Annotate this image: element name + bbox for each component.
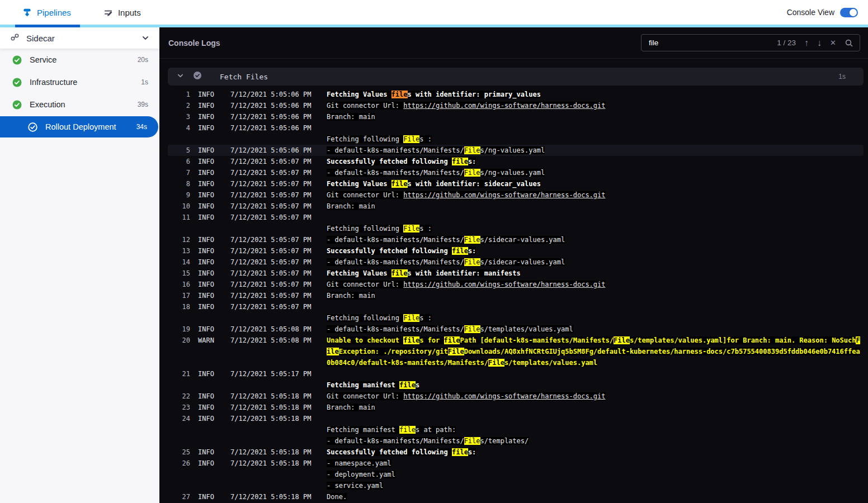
log-line-24: 24INFO7/12/2021 5:05:18 PMFetching manif…: [168, 413, 864, 447]
log-timestamp: 7/12/2021 5:05:07 PM: [230, 178, 319, 189]
line-number: 3: [173, 111, 190, 122]
line-number: 1: [173, 89, 190, 100]
log-message: Branch: main: [327, 402, 864, 413]
next-match-button[interactable]: ↓: [817, 39, 822, 48]
search-match: File: [448, 348, 464, 355]
search-match: File: [464, 146, 480, 154]
log-line-16: 16INFO7/12/2021 5:05:07 PMGit connector …: [168, 279, 864, 290]
step-label: Execution: [30, 100, 65, 109]
previous-match-button[interactable]: ↑: [804, 39, 809, 48]
success-check-icon: [12, 100, 22, 110]
line-number: 4: [173, 122, 190, 134]
log-timestamp: 7/12/2021 5:05:06 PM: [230, 122, 319, 134]
log-line-15: 15INFO7/12/2021 5:05:07 PMFetching Value…: [168, 268, 864, 279]
log-level: INFO: [198, 245, 223, 257]
log-line-2: 2INFO7/12/2021 5:05:06 PMGit connector U…: [168, 100, 864, 111]
line-number: 16: [173, 279, 190, 290]
line-number: 19: [173, 324, 190, 335]
log-link[interactable]: https://github.com/wings-software/harnes…: [403, 281, 605, 288]
log-timestamp: 7/12/2021 5:05:07 PM: [230, 212, 319, 223]
log-message: - default-k8s-manifests/Manifests/Files/…: [327, 167, 864, 178]
log-message: Fetching following Files :: [327, 212, 864, 234]
console-view-toggle[interactable]: [840, 8, 858, 17]
log-search-input[interactable]: [648, 38, 768, 48]
search-match: file: [403, 336, 419, 344]
log-message: - default-k8s-manifests/Manifests/Files/…: [327, 234, 864, 245]
pipelines-icon: [22, 8, 32, 17]
log-line-7: 7INFO7/12/2021 5:05:07 PM- default-k8s-m…: [168, 167, 864, 178]
log-level: INFO: [198, 201, 223, 212]
line-number: 23: [173, 402, 190, 413]
log-line-9: 9INFO7/12/2021 5:05:07 PMGit connector U…: [168, 189, 864, 201]
log-lines: 1INFO7/12/2021 5:05:06 PMFetching Values…: [168, 86, 864, 502]
log-timestamp: 7/12/2021 5:05:07 PM: [230, 234, 319, 245]
log-message: Git connector Url: https://github.com/wi…: [327, 279, 864, 290]
tab-inputs[interactable]: Inputs: [103, 8, 141, 17]
log-line-4: 4INFO7/12/2021 5:05:06 PMFetching follow…: [168, 122, 864, 145]
log-message: Fetching manifest files: [327, 368, 864, 391]
log-level: INFO: [198, 290, 223, 301]
log-level: INFO: [198, 402, 223, 413]
log-level: INFO: [198, 391, 223, 402]
log-message: Fetching Values files with identifier: p…: [327, 89, 864, 100]
log-message: Fetching manifest files at path:- defaul…: [327, 413, 864, 447]
collapse-chevron-icon[interactable]: [177, 72, 184, 82]
log-timestamp: 7/12/2021 5:05:18 PM: [230, 413, 319, 424]
top-navigation-bar: Pipelines Inputs Console View: [0, 0, 868, 25]
link-icon: [10, 32, 20, 44]
success-check-icon: [28, 122, 37, 132]
search-match: File: [488, 359, 504, 367]
log-timestamp: 7/12/2021 5:05:06 PM: [230, 100, 319, 111]
log-link[interactable]: https://github.com/wings-software/harnes…: [403, 392, 605, 400]
log-message: - default-k8s-manifests/Manifests/Files/…: [327, 145, 864, 156]
log-timestamp: 7/12/2021 5:05:07 PM: [230, 279, 319, 290]
log-section-fetch-files[interactable]: Fetch Files 1s: [168, 68, 864, 86]
search-match: file: [399, 426, 416, 434]
stage-header-sidecar[interactable]: Sidecar: [0, 27, 159, 49]
stage-title: Sidecar: [26, 34, 55, 43]
log-level: INFO: [198, 111, 223, 122]
sidebar-step-execution[interactable]: Execution39s: [0, 93, 159, 116]
log-link[interactable]: https://github.com/wings-software/harnes…: [403, 191, 605, 199]
log-message: - default-k8s-manifests/Manifests/Files/…: [327, 257, 864, 268]
log-line-1: 1INFO7/12/2021 5:05:06 PMFetching Values…: [168, 89, 864, 100]
sidebar-step-infrastructure[interactable]: Infrastructure1s: [0, 71, 159, 93]
log-timestamp: 7/12/2021 5:05:06 PM: [230, 111, 319, 122]
line-number: 24: [173, 413, 190, 424]
line-number: 2: [173, 100, 190, 111]
log-level: INFO: [198, 324, 223, 335]
sidebar-step-rollout-deployment[interactable]: Rollout Deployment34s: [0, 116, 158, 137]
log-timestamp: 7/12/2021 5:05:18 PM: [230, 491, 319, 502]
sidebar-step-service[interactable]: Service20s: [0, 49, 159, 71]
search-icon[interactable]: [845, 39, 853, 48]
log-message: Fetching Values files with identifier: m…: [327, 268, 864, 279]
log-message: Git connector Url: https://github.com/wi…: [327, 100, 864, 111]
log-message: Fetching following Files :: [327, 301, 864, 324]
log-level: INFO: [198, 301, 223, 312]
search-match: File: [403, 225, 419, 232]
tab-pipelines-label: Pipelines: [37, 8, 71, 17]
log-timestamp: 7/12/2021 5:05:08 PM: [230, 335, 319, 346]
line-number: 17: [173, 290, 190, 301]
log-level: INFO: [198, 145, 223, 156]
log-line-10: 10INFO7/12/2021 5:05:07 PMBranch: main: [168, 201, 864, 212]
log-link[interactable]: https://github.com/wings-software/harnes…: [403, 102, 605, 110]
tab-pipelines[interactable]: Pipelines: [22, 8, 71, 17]
log-line-8: 8INFO7/12/2021 5:05:07 PMFetching Values…: [168, 178, 864, 189]
section-duration: 1s: [838, 73, 856, 80]
log-message: Done.: [327, 491, 864, 502]
log-level: INFO: [198, 413, 223, 424]
log-message: Fetching following Files :: [327, 122, 864, 145]
line-number: 5: [173, 145, 190, 156]
chevron-down-icon: [141, 34, 149, 42]
log-line-19: 19INFO7/12/2021 5:05:08 PM- default-k8s-…: [168, 324, 864, 335]
search-match: file: [452, 247, 468, 255]
toggle-knob: [850, 9, 857, 16]
log-line-25: 25INFO7/12/2021 5:05:18 PMSuccessfully f…: [168, 447, 864, 458]
line-number: 25: [173, 447, 190, 458]
line-number: 27: [173, 491, 190, 502]
log-level: INFO: [198, 122, 223, 134]
clear-search-button[interactable]: ✕: [830, 39, 836, 46]
line-number: 15: [173, 268, 190, 279]
nav-tabs: Pipelines Inputs: [22, 8, 141, 17]
